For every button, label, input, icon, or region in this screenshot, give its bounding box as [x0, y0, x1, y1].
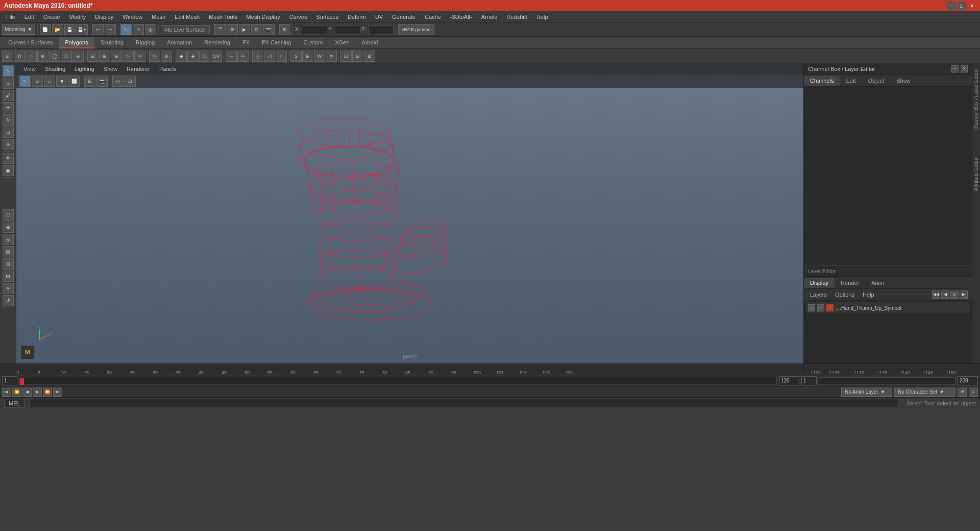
workspace-dropdown[interactable]: Modeling ▼	[2, 25, 35, 35]
move-tool-button[interactable]: ✛	[3, 102, 14, 113]
channel-box-close[interactable]: ✕	[961, 65, 968, 73]
render-button[interactable]: 🎬	[214, 24, 226, 35]
play-forward-button[interactable]: ▶	[33, 388, 42, 397]
menu-item-mesh[interactable]: Mesh	[148, 13, 169, 21]
display-menu2[interactable]: ⊟	[352, 51, 363, 62]
reset-trans-button[interactable]: ↺	[3, 295, 14, 306]
layers-menu[interactable]: Layers	[808, 292, 829, 298]
boolean-button[interactable]: ⊖	[72, 51, 84, 62]
lattice-button[interactable]: ⊞	[302, 51, 313, 62]
anim-preferences-button[interactable]: ⚙	[958, 388, 967, 397]
vp-smooth-button[interactable]: ■	[56, 76, 67, 87]
end-frame-input[interactable]	[779, 376, 799, 385]
menu-item-edit-mesh[interactable]: Edit Mesh	[170, 13, 204, 21]
layer-solo-button[interactable]: S	[950, 291, 959, 299]
menu-item-uv[interactable]: UV	[371, 13, 387, 21]
bridge-button[interactable]: ⊓	[14, 51, 25, 62]
layer-playback-button[interactable]: P	[817, 304, 824, 311]
range-end-input[interactable]	[958, 376, 978, 385]
anim-settings-button[interactable]: ≡	[969, 388, 978, 397]
display-menu3[interactable]: ⊠	[364, 51, 375, 62]
render-tab[interactable]: Render	[835, 278, 865, 288]
select-tool-button[interactable]: ↖	[3, 65, 14, 77]
tab-xgen[interactable]: XGen	[329, 37, 355, 49]
scale-tool-button[interactable]: ⊡	[3, 127, 14, 138]
menu-item-create[interactable]: Create	[39, 13, 64, 21]
menu-item-window[interactable]: Window	[118, 13, 146, 21]
z-input[interactable]	[368, 25, 394, 34]
menu-item-surfaces[interactable]: Surfaces	[312, 13, 342, 21]
step-forward-button[interactable]: ⏩	[43, 388, 52, 397]
select-edge-button[interactable]: ◈	[187, 51, 199, 62]
lasso-tool-button[interactable]: ⊙	[3, 78, 14, 89]
object-tab[interactable]: Object	[862, 76, 890, 86]
play-back-button[interactable]: ◀	[22, 388, 32, 397]
freeze-trans-button[interactable]: ❄	[3, 283, 14, 294]
help-menu[interactable]: Help	[861, 292, 876, 298]
wedge-button[interactable]: ◁	[264, 51, 275, 62]
viewport-show-menu[interactable]: Show	[100, 65, 122, 73]
step-back-button[interactable]: ⏪	[12, 388, 21, 397]
vp-wireframe-button[interactable]: □	[44, 76, 55, 87]
menu-item-cache[interactable]: Cache	[421, 13, 445, 21]
grid-snap-left-button[interactable]: ⊞	[3, 258, 14, 270]
smooth-button[interactable]: ◯	[49, 51, 60, 62]
offset-edgeloop-button[interactable]: ⊞	[99, 51, 110, 62]
ipr-button[interactable]: ▶	[239, 24, 250, 35]
lasso-select-button[interactable]: ⊙	[133, 24, 144, 35]
layer-back-button[interactable]: ◀◀	[932, 291, 940, 299]
range-start-input[interactable]	[801, 376, 817, 385]
tab-fx[interactable]: FX	[236, 37, 256, 49]
viewport[interactable]: View Shading Lighting Show Renderer Pane…	[16, 63, 803, 364]
universal-manip-button[interactable]: ⊕	[3, 139, 14, 150]
target-weld-button[interactable]: ◎	[149, 51, 160, 62]
menu-item--3dtoall-[interactable]: -3DtoAll-	[446, 13, 476, 21]
x-input[interactable]	[302, 25, 327, 34]
y-input[interactable]	[335, 25, 360, 34]
channel-box-minimize[interactable]: ─	[951, 65, 959, 73]
snap-grid-button[interactable]: ⊞	[279, 24, 290, 35]
character-set-dropdown[interactable]: No Character Set ▼	[894, 388, 955, 397]
multi-cut-button[interactable]: ✂	[134, 51, 145, 62]
open-file-button[interactable]: 📂	[52, 24, 63, 35]
tab-curves-surfaces[interactable]: Curves / Surfaces	[2, 37, 59, 49]
paint-select-button[interactable]: ◎	[145, 24, 156, 35]
softmod-button[interactable]: S	[290, 51, 302, 62]
layer-visibility-button[interactable]: V	[808, 304, 815, 311]
show-hide-button[interactable]: 👁	[3, 153, 14, 164]
menu-item-modify[interactable]: Modify	[65, 13, 90, 21]
edit-tab[interactable]: Edit	[840, 76, 862, 86]
timeline-ruler[interactable]: 1 5 10 15 20 25 30 35 40 45 50 55 60	[0, 364, 980, 375]
menu-item-help[interactable]: Help	[532, 13, 552, 21]
tab-arnold[interactable]: Arnold	[356, 37, 384, 49]
vp-grid-button[interactable]: ⊞	[84, 76, 95, 87]
skip-to-start-button[interactable]: ⏮	[2, 388, 11, 397]
snapshot-button[interactable]: 📷	[263, 24, 275, 35]
vp-marquee-mode[interactable]: ⊙	[32, 76, 43, 87]
rotate-tool-button[interactable]: ↻	[3, 114, 14, 126]
tab-fx-caching[interactable]: FX Caching	[256, 37, 297, 49]
vp-frame-all[interactable]: ⊡	[125, 76, 136, 87]
options-menu[interactable]: Options	[833, 292, 856, 298]
vp-select-mode[interactable]: ↖	[19, 76, 31, 87]
close-button[interactable]: ✕	[968, 2, 976, 10]
circularize-button[interactable]: ○	[276, 51, 287, 62]
show-tab[interactable]: Show	[890, 76, 917, 86]
anim-layer-dropdown[interactable]: No Anim Layer ▼	[841, 388, 892, 397]
slide-edge-button[interactable]: ▷	[122, 51, 134, 62]
command-input[interactable]	[29, 399, 898, 408]
insert-edgeloop-button[interactable]: ⊟	[87, 51, 99, 62]
viewport-panels-menu[interactable]: Panels	[155, 65, 181, 73]
mel-label[interactable]: MEL	[4, 399, 25, 408]
tab-rigging[interactable]: Rigging	[130, 37, 161, 49]
render-region-vp-button[interactable]: ▣	[3, 165, 14, 176]
wrap-button[interactable]: W	[314, 51, 325, 62]
combine-button[interactable]: ⊕	[37, 51, 48, 62]
redo-button[interactable]: ↪	[105, 24, 116, 35]
extrude-button[interactable]: ⊡	[2, 51, 13, 62]
attribute-editor-tab[interactable]: Attribute Editor	[972, 155, 980, 193]
menu-item-mesh-display[interactable]: Mesh Display	[242, 13, 284, 21]
viewport-renderer-menu[interactable]: Renderer	[122, 65, 154, 73]
vp-isolation-button[interactable]: ◎	[112, 76, 124, 87]
maximize-button[interactable]: □	[958, 2, 966, 10]
